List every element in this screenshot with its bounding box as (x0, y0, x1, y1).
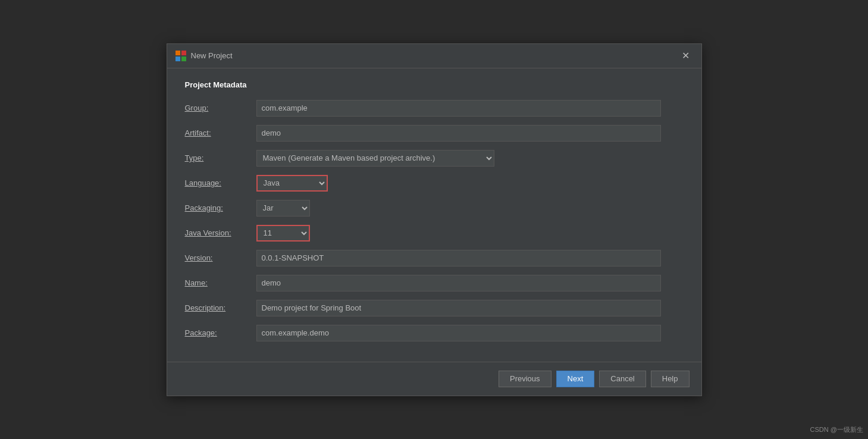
close-button[interactable]: ✕ (678, 50, 693, 62)
type-select[interactable]: Maven (Generate a Maven based project ar… (256, 150, 494, 167)
dialog-footer: Previous Next Cancel Help (167, 362, 701, 396)
cancel-button[interactable]: Cancel (599, 371, 645, 387)
dialog-content: Project Metadata Group: Artifact: Type: … (167, 68, 701, 362)
description-input[interactable] (256, 300, 661, 316)
svg-rect-3 (181, 57, 186, 61)
next-button[interactable]: Next (556, 371, 595, 387)
help-button[interactable]: Help (651, 371, 690, 387)
svg-rect-0 (176, 51, 180, 55)
title-bar-left: New Project (176, 51, 233, 61)
artifact-row: Artifact: (185, 125, 684, 142)
packaging-select[interactable]: Jar (256, 200, 310, 217)
group-label: Group: (185, 104, 256, 112)
description-row: Description: (185, 300, 684, 316)
version-input[interactable] (256, 250, 661, 266)
java-version-row: Java Version: 11 (185, 225, 684, 242)
java-version-label: Java Version: (185, 228, 256, 237)
svg-rect-1 (181, 51, 186, 55)
type-label: Type: (185, 153, 256, 162)
dialog-title: New Project (191, 51, 233, 60)
name-label: Name: (185, 278, 256, 287)
watermark: CSDN @一级新生 (810, 425, 863, 434)
group-row: Group: (185, 100, 684, 117)
language-select[interactable]: Java (256, 175, 328, 192)
title-bar: New Project ✕ (167, 44, 701, 68)
package-label: Package: (185, 328, 256, 337)
artifact-label: Artifact: (185, 128, 256, 137)
previous-button[interactable]: Previous (499, 371, 551, 387)
artifact-input[interactable] (256, 125, 661, 142)
java-version-select[interactable]: 11 (256, 225, 310, 242)
group-input[interactable] (256, 100, 661, 117)
package-row: Package: (185, 325, 684, 341)
section-title: Project Metadata (185, 80, 684, 89)
app-icon (176, 51, 186, 61)
language-label: Language: (185, 178, 256, 187)
new-project-dialog: New Project ✕ Project Metadata Group: Ar… (167, 43, 702, 396)
packaging-label: Packaging: (185, 203, 256, 212)
name-row: Name: (185, 275, 684, 291)
version-label: Version: (185, 253, 256, 262)
name-input[interactable] (256, 275, 661, 291)
type-row: Type: Maven (Generate a Maven based proj… (185, 150, 684, 167)
language-row: Language: Java (185, 175, 684, 192)
description-label: Description: (185, 303, 256, 312)
package-input[interactable] (256, 325, 661, 341)
packaging-row: Packaging: Jar (185, 200, 684, 217)
svg-rect-2 (176, 57, 180, 61)
version-row: Version: (185, 250, 684, 266)
